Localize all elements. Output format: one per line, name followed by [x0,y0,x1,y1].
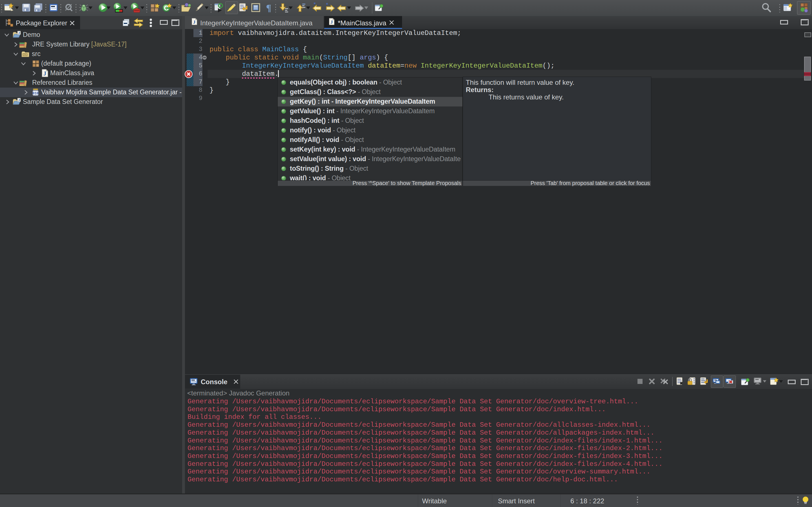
svg-text:J: J [18,31,20,35]
svg-text:*: * [313,3,315,7]
svg-text:¶: ¶ [266,3,271,13]
svg-text:*: * [326,3,328,8]
svg-text:010: 010 [33,92,39,96]
svg-text:J: J [331,19,333,25]
svg-text:J: J [193,19,196,25]
svg-text:J: J [43,70,46,76]
svg-text:J: J [18,98,20,102]
